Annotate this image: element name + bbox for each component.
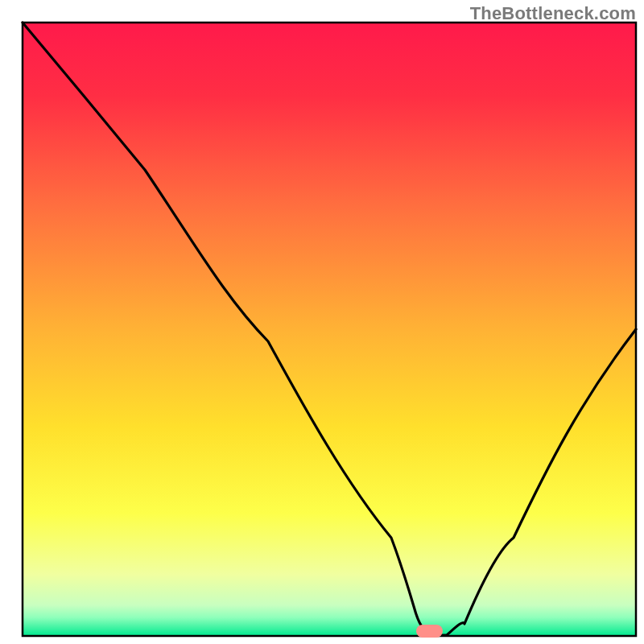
chart-container: TheBottleneck.com	[0, 0, 644, 644]
watermark-text: TheBottleneck.com	[470, 3, 636, 24]
optimal-point-marker	[416, 625, 443, 638]
gradient-background	[23, 23, 636, 636]
bottleneck-chart	[0, 0, 644, 644]
